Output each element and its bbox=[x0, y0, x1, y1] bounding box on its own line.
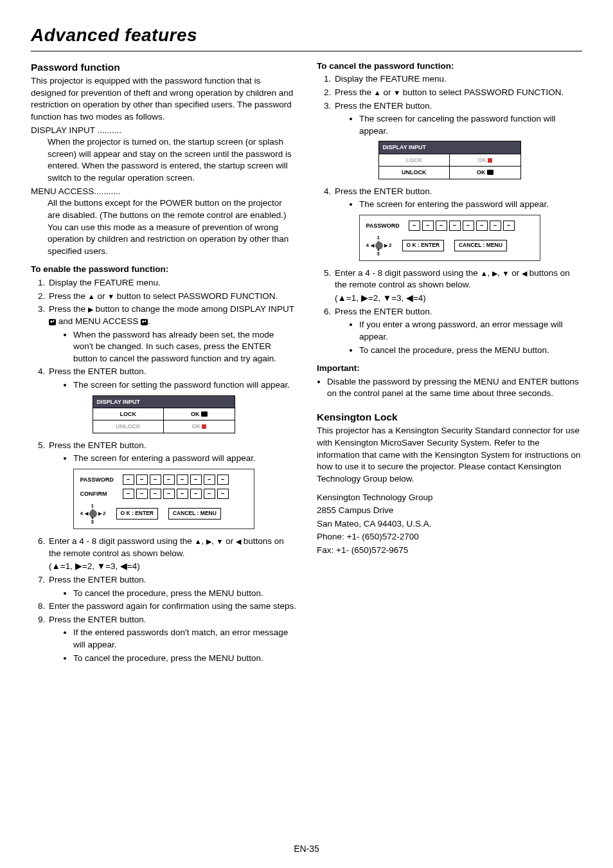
fig3-lock: LOCK bbox=[379, 154, 450, 166]
step-6-mapping: (▲=1, ▶=2, ▼=3, ◀=4) bbox=[49, 561, 296, 573]
triangle-up-icon: ▲ bbox=[88, 292, 95, 302]
fig3-unlock-ok: OK bbox=[449, 166, 520, 178]
heading-cancel: To cancel the password function: bbox=[317, 60, 582, 73]
triangle-right-icon: ▶ bbox=[206, 537, 211, 547]
cancel-steps: Display the FEATURE menu. Press the ▲ or… bbox=[317, 73, 582, 137]
step-9: Press the ENTER button. If the entered p… bbox=[48, 614, 296, 665]
cstep-6-bullet-2: To cancel the procedure, press the MENU … bbox=[359, 345, 582, 357]
step-9-bullet-1: If the entered passwords don't match, an… bbox=[73, 627, 296, 651]
step-9-bullet-2: To cancel the procedure, press the MENU … bbox=[73, 653, 296, 665]
triangle-right-icon: ▶ bbox=[492, 269, 497, 278]
triangle-down-icon: ▼ bbox=[393, 88, 400, 98]
addr-line-1: Kensington Technology Group bbox=[317, 492, 582, 504]
cstep-5: Enter a 4 - 8 digit password using the ▲… bbox=[333, 267, 582, 305]
fig2-password-boxes: –––––––– bbox=[123, 475, 229, 485]
fig2-ok-enter: O K : ENTER bbox=[116, 508, 158, 520]
column-left: Password function This projector is equi… bbox=[31, 58, 296, 667]
intro-paragraph: This projector is equipped with the pass… bbox=[31, 75, 296, 123]
kensington-body: This projector has a Kensington Security… bbox=[317, 425, 582, 485]
enter-icon: ↵ bbox=[49, 319, 56, 325]
triangle-right-icon: ▶ bbox=[88, 305, 93, 314]
figure-password-confirm: PASSWORD –––––––– CONFIRM –––––––– 1 2 3… bbox=[73, 469, 254, 529]
cstep-1: Display the FEATURE menu. bbox=[333, 73, 582, 86]
triangle-up-icon: ▲ bbox=[481, 269, 488, 278]
display-input-body: When the projector is turned on, the sta… bbox=[31, 136, 296, 185]
menu-access-lead: MENU ACCESS........... bbox=[31, 186, 121, 196]
content-columns: Password function This projector is equi… bbox=[31, 58, 582, 667]
page-title: Advanced features bbox=[31, 23, 582, 48]
enter-icon bbox=[201, 411, 208, 417]
fig2-confirm-label: CONFIRM bbox=[80, 490, 118, 498]
important-bullet-1: Disable the password by pressing the MEN… bbox=[327, 376, 582, 400]
cstep-3-bullet-1: The screen for canceling the password fu… bbox=[359, 113, 582, 137]
fig3-unlock: UNLOCK bbox=[379, 166, 450, 178]
heading-kensington: Kensington Lock bbox=[317, 410, 582, 424]
cstep-5-mapping: (▲=1, ▶=2, ▼=3, ◀=4) bbox=[335, 293, 582, 305]
enable-steps-cont2: Enter a 4 - 8 digit password using the ▲… bbox=[31, 536, 296, 664]
fig3-header: DISPLAY INPUT bbox=[379, 141, 520, 153]
menu-access-def: MENU ACCESS........... bbox=[31, 186, 296, 198]
triangle-down-icon: ▼ bbox=[217, 537, 224, 547]
addr-line-4: Phone: +1- (650)572-2700 bbox=[317, 531, 582, 543]
step-4-bullet-1: The screen for setting the password func… bbox=[73, 379, 296, 392]
display-input-def: DISPLAY INPUT .......... bbox=[31, 125, 296, 137]
addr-line-5: Fax: +1- (650)572-9675 bbox=[317, 545, 582, 557]
fig2-cancel-menu: CANCEL : MENU bbox=[168, 508, 221, 520]
fig4-cancel-menu: CANCEL : MENU bbox=[454, 240, 507, 251]
step-3: Press the ▶ button to change the mode am… bbox=[48, 303, 296, 365]
step-7-bullet-1: To cancel the procedure, press the MENU … bbox=[73, 588, 296, 600]
cancel-steps-cont2: Enter a 4 - 8 digit password using the ▲… bbox=[317, 267, 582, 356]
fig4-password-label: PASSWORD bbox=[366, 222, 404, 230]
addr-line-2: 2855 Campus Drive bbox=[317, 505, 582, 517]
stop-icon bbox=[202, 424, 206, 429]
fig1-lock-ok: OK bbox=[163, 408, 235, 420]
addr-line-3: San Mateo, CA 94403, U.S.A. bbox=[317, 518, 582, 530]
triangle-up-icon: ▲ bbox=[374, 88, 381, 98]
step-7: Press the ENTER button. To cancel the pr… bbox=[48, 574, 296, 599]
triangle-left-icon: ◀ bbox=[522, 269, 527, 278]
cstep-6-bullet-1: If you enter a wrong password, an error … bbox=[359, 319, 582, 343]
enable-steps-cont: Press the ENTER button. The screen for e… bbox=[31, 440, 296, 465]
dpad-icon: 1 2 3 4 ▲ ▶ ▼ ◀ bbox=[80, 503, 106, 525]
column-right: To cancel the password function: Display… bbox=[317, 58, 582, 667]
fig2-confirm-boxes: –––––––– bbox=[123, 489, 229, 499]
step-3-bullets: When the password has already been set, … bbox=[49, 329, 296, 365]
heading-enable: To enable the password function: bbox=[31, 264, 296, 276]
triangle-down-icon: ▼ bbox=[502, 269, 510, 278]
step-2: Press the ▲ or ▼ button to select PASSWO… bbox=[48, 291, 296, 303]
cstep-6: Press the ENTER button. If you enter a w… bbox=[333, 306, 582, 357]
step-6: Enter a 4 - 8 digit password using the ▲… bbox=[48, 536, 296, 573]
cstep-4: Press the ENTER button. The screen for e… bbox=[333, 186, 582, 211]
enter-icon bbox=[487, 170, 493, 175]
cancel-steps-cont: Press the ENTER button. The screen for e… bbox=[317, 186, 582, 211]
step-5: Press the ENTER button. The screen for e… bbox=[48, 440, 296, 465]
step-5-bullet-1: The screen for entering a password will … bbox=[73, 453, 296, 465]
triangle-up-icon: ▲ bbox=[195, 537, 202, 547]
triangle-down-icon: ▼ bbox=[107, 292, 114, 302]
page-number: EN-35 bbox=[0, 843, 613, 855]
display-input-lead: DISPLAY INPUT .......... bbox=[31, 125, 121, 135]
heading-important: Important: bbox=[317, 363, 582, 375]
menu-access-body: All the buttons except for the POWER but… bbox=[31, 197, 296, 257]
fig1-unlock: UNLOCK bbox=[93, 420, 164, 432]
triangle-left-icon: ◀ bbox=[236, 537, 241, 547]
fig1-lock: LOCK bbox=[93, 408, 164, 420]
step-4: Press the ENTER button. The screen for s… bbox=[48, 366, 296, 391]
step-1: Display the FEATURE menu. bbox=[48, 277, 296, 289]
step-8: Enter the password again for confirmatio… bbox=[48, 601, 296, 613]
enter-icon: ↵ bbox=[141, 319, 148, 325]
cstep-3: Press the ENTER button. The screen for c… bbox=[333, 100, 582, 138]
dpad-icon: 1 2 3 4 ▲ ▶ ▼ ◀ bbox=[366, 235, 392, 257]
enable-steps: Display the FEATURE menu. Press the ▲ or… bbox=[31, 277, 296, 392]
stop-icon bbox=[488, 158, 492, 163]
fig1-header: DISPLAY INPUT bbox=[93, 396, 235, 408]
figure-display-input-unlock: DISPLAY INPUT LOCK OK UNLOCK OK bbox=[317, 141, 582, 179]
fig4-password-boxes: –––––––– bbox=[409, 221, 515, 231]
heading-password-function: Password function bbox=[31, 60, 296, 74]
cstep-4-bullet-1: The screen for entering the password wil… bbox=[359, 199, 582, 211]
figure-display-input-lock: DISPLAY INPUT LOCK OK UNLOCK OK bbox=[31, 395, 296, 433]
step-3-bullet-1: When the password has already been set, … bbox=[73, 329, 296, 365]
fig4-ok-enter: O K : ENTER bbox=[402, 240, 444, 251]
fig3-lock-ok: OK bbox=[449, 154, 520, 166]
cstep-2: Press the ▲ or ▼ button to select PASSWO… bbox=[333, 87, 582, 99]
